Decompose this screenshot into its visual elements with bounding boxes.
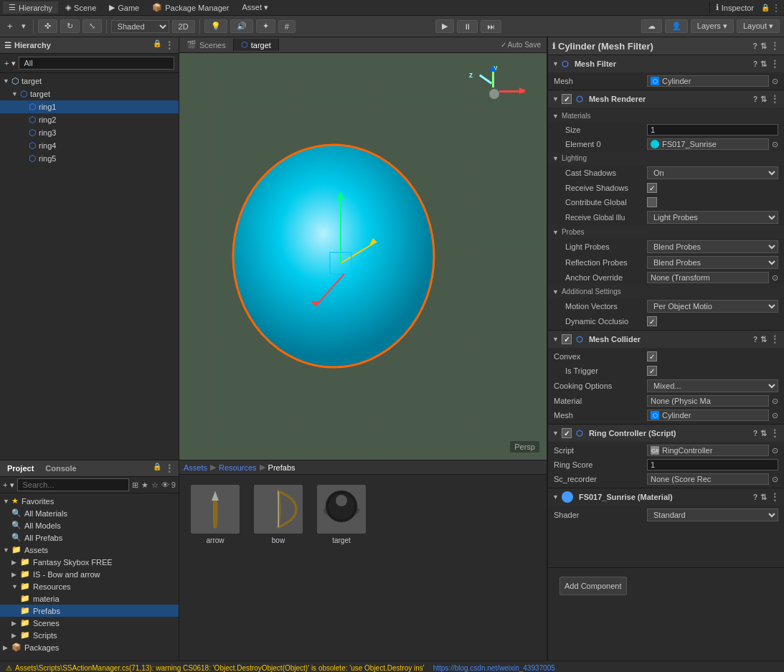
mr-enable[interactable] bbox=[562, 94, 572, 104]
add-menu[interactable]: + bbox=[4, 19, 16, 33]
recv-checkbox[interactable] bbox=[647, 183, 657, 193]
breadcrumb-resources[interactable]: Resources bbox=[219, 463, 257, 472]
package-manager-tab[interactable]: 📦 Package Manager bbox=[146, 1, 235, 14]
elem0-select-btn[interactable]: ⊙ bbox=[772, 140, 778, 149]
inspector-menu[interactable]: ⋮ bbox=[771, 2, 781, 14]
pause-button[interactable]: ⏸ bbox=[457, 20, 478, 33]
mesh-filter-header[interactable]: ▼ ⬡ Mesh Filter ? ⇅ ⋮ bbox=[548, 55, 784, 72]
mc-enable[interactable] bbox=[562, 334, 572, 344]
prefabs-item[interactable]: 📁 Prefabs bbox=[0, 605, 179, 617]
go-ring2[interactable]: ⬡ ring2 bbox=[0, 113, 179, 126]
breadcrumb-prefabs[interactable]: Prefabs bbox=[268, 463, 296, 472]
light-toggle[interactable]: 💡 bbox=[204, 19, 227, 33]
assets-group[interactable]: ▼ 📁 Assets bbox=[0, 544, 179, 556]
coll-mat-btn[interactable]: ⊙ bbox=[772, 397, 778, 406]
mat-menu[interactable]: ⋮ bbox=[770, 491, 780, 503]
scene-view[interactable]: y x z Persp bbox=[179, 53, 547, 460]
is-bow-arrow[interactable]: ▶ 📁 IS - Bow and arrow bbox=[0, 568, 179, 580]
mr-arrows[interactable]: ⇅ bbox=[760, 95, 767, 104]
toolbar-dropdown[interactable]: ▾ bbox=[19, 20, 29, 32]
trigger-checkbox[interactable] bbox=[647, 366, 657, 376]
step-button[interactable]: ⏭ bbox=[481, 20, 501, 33]
add-hierarchy-btn[interactable]: + bbox=[4, 59, 9, 67]
mf-menu[interactable]: ⋮ bbox=[770, 58, 780, 70]
ring-controller-header[interactable]: ▼ ⬡ Ring Controller (Script) ? ⇅ ⋮ bbox=[548, 425, 784, 442]
anchor-btn[interactable]: ⊙ bbox=[772, 273, 778, 283]
inspector-tab[interactable]: ℹ Inspector bbox=[709, 1, 760, 14]
insp-menu[interactable]: ⋮ bbox=[770, 40, 780, 52]
mat-arrows[interactable]: ⇅ bbox=[760, 493, 767, 502]
additional-settings[interactable]: ▼ Additional Settings bbox=[548, 285, 784, 298]
mesh-collider-header[interactable]: ▼ ⬡ Mesh Collider ? ⇅ ⋮ bbox=[548, 331, 784, 348]
sc-rec-btn[interactable]: ⊙ bbox=[772, 475, 778, 484]
move-tool[interactable]: ✜ bbox=[38, 19, 57, 33]
rp-select[interactable]: Blend Probes bbox=[647, 256, 778, 269]
favorites-group[interactable]: ▼ ★ Favorites bbox=[0, 495, 179, 507]
scene-item-target[interactable]: ▼ ⬡ target bbox=[0, 75, 179, 87]
hierarchy-search[interactable] bbox=[19, 57, 174, 70]
scenes-tab[interactable]: 🎬 Scenes bbox=[179, 39, 234, 51]
target-scene-tab[interactable]: ⬡ target bbox=[234, 39, 279, 51]
hierarchy-tab[interactable]: ☰ Hierarchy bbox=[3, 1, 58, 14]
layers-button[interactable]: Layers ▾ bbox=[691, 19, 734, 33]
coll-mesh-btn[interactable]: ⊙ bbox=[772, 411, 778, 420]
rc-menu[interactable]: ⋮ bbox=[770, 427, 780, 439]
play-button[interactable]: ▶ bbox=[435, 19, 454, 33]
layout-button[interactable]: Layout ▾ bbox=[737, 19, 780, 33]
project-menu[interactable]: ⋮ bbox=[164, 463, 174, 474]
all-models[interactable]: 🔍 All Models bbox=[0, 519, 179, 531]
mf-arrows[interactable]: ⇅ bbox=[760, 60, 767, 69]
shading-select[interactable]: Shaded Wireframe bbox=[111, 20, 169, 33]
lighting-section[interactable]: ▼ Lighting bbox=[548, 151, 784, 165]
all-prefabs[interactable]: 🔍 All Prefabs bbox=[0, 531, 179, 544]
project-lock[interactable]: 🔒 bbox=[153, 463, 161, 474]
scripts-item[interactable]: ▶ 📁 Scripts bbox=[0, 629, 179, 641]
mr-menu[interactable]: ⋮ bbox=[770, 93, 780, 105]
shader-select[interactable]: Standard bbox=[647, 508, 778, 521]
project-tab[interactable]: Project bbox=[4, 463, 37, 474]
twod-button[interactable]: 2D bbox=[172, 20, 195, 33]
insp-arrows[interactable]: ⇅ bbox=[760, 42, 767, 51]
fx-toggle[interactable]: ✦ bbox=[256, 19, 275, 33]
fantasy-skybox[interactable]: ▶ 📁 Fantasy Skybox FREE bbox=[0, 556, 179, 568]
go-ring3[interactable]: ⬡ ring3 bbox=[0, 126, 179, 139]
mc-menu[interactable]: ⋮ bbox=[770, 333, 780, 345]
project-search[interactable] bbox=[17, 478, 128, 491]
rc-question[interactable]: ? bbox=[753, 430, 757, 437]
hierarchy-menu[interactable]: ⋮ bbox=[164, 39, 174, 51]
asset-bow[interactable]: bow bbox=[250, 482, 307, 547]
script-btn[interactable]: ⊙ bbox=[772, 446, 778, 455]
go-ring1[interactable]: ⬡ ring1 bbox=[0, 100, 179, 113]
rc-enable[interactable] bbox=[562, 428, 572, 438]
cooking-select[interactable]: Mixed... bbox=[647, 379, 778, 392]
scenes-item[interactable]: ▶ 📁 Scenes bbox=[0, 617, 179, 629]
mf-mesh-select-btn[interactable]: ⊙ bbox=[772, 77, 778, 86]
grid-toggle[interactable]: # bbox=[278, 20, 296, 33]
lp-select[interactable]: Blend Probes bbox=[647, 240, 778, 253]
size-input[interactable] bbox=[647, 124, 778, 136]
mc-arrows[interactable]: ⇅ bbox=[760, 335, 767, 344]
audio-toggle[interactable]: 🔊 bbox=[230, 19, 253, 33]
mv-select[interactable]: Per Object Motio bbox=[647, 300, 778, 313]
collab-button[interactable]: ☁ bbox=[641, 19, 662, 33]
project-icon2[interactable]: ★ bbox=[141, 481, 148, 490]
add-component-button[interactable]: Add Component bbox=[559, 577, 627, 595]
project-dropdown[interactable]: ▾ bbox=[10, 481, 14, 490]
materials-section[interactable]: ▼ Materials bbox=[548, 109, 784, 123]
packages-group[interactable]: ▶ 📦 Packages bbox=[0, 641, 179, 653]
mat-question[interactable]: ? bbox=[753, 493, 757, 501]
rotate-tool[interactable]: ↻ bbox=[60, 19, 80, 33]
convex-checkbox[interactable] bbox=[647, 351, 657, 361]
asset-tab[interactable]: Asset ▾ bbox=[237, 1, 275, 14]
go-ring4[interactable]: ⬡ ring4 bbox=[0, 139, 179, 152]
asset-target[interactable]: target bbox=[313, 482, 370, 547]
project-icon1[interactable]: ⊞ bbox=[132, 481, 138, 490]
ring-score-input[interactable] bbox=[647, 459, 778, 470]
all-materials[interactable]: 🔍 All Materials bbox=[0, 507, 179, 519]
probes-section[interactable]: ▼ Probes bbox=[548, 225, 784, 239]
go-target[interactable]: ▼ ⬡ target bbox=[0, 87, 179, 100]
add-project-btn[interactable]: + bbox=[3, 481, 7, 489]
breadcrumb-assets[interactable]: Assets bbox=[184, 463, 207, 472]
rc-arrows[interactable]: ⇅ bbox=[760, 429, 767, 438]
scene-tab-top[interactable]: ◈ Scene bbox=[60, 1, 102, 14]
